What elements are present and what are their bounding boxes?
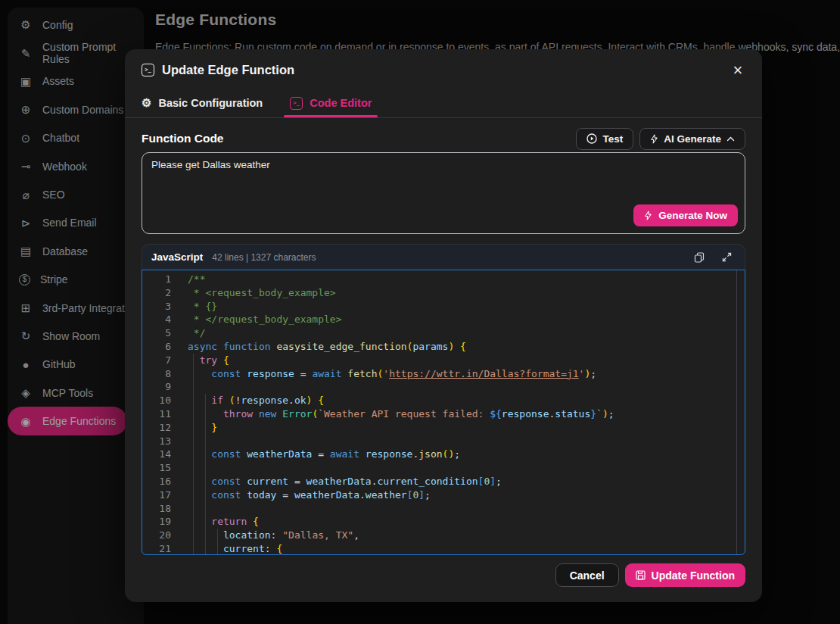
line-number: 21 — [142, 542, 171, 555]
test-label: Test — [602, 133, 623, 145]
terminal-icon: >_ — [290, 97, 303, 110]
code-editor: JavaScript 42 lines | 1327 characters 1/… — [142, 244, 745, 555]
line-number: 2 — [142, 286, 171, 300]
cancel-button[interactable]: Cancel — [555, 563, 619, 587]
tab-label: Code Editor — [310, 97, 372, 109]
lightning-icon — [650, 134, 658, 144]
line-number: 7 — [142, 354, 171, 367]
line-number: 6 — [142, 340, 171, 354]
generate-now-label: Generate Now — [658, 210, 727, 221]
line-number: 17 — [142, 488, 171, 502]
code-line: 4 * </request_body_example> — [142, 313, 745, 326]
code-line: 12 } — [142, 421, 745, 435]
prompt-input[interactable]: Please get Dallas weather — [151, 159, 736, 170]
lightning-icon — [644, 211, 652, 220]
code-line: 8 const response = await fetch('https://… — [142, 367, 745, 381]
editor-language: JavaScript — [151, 251, 203, 263]
line-number: 14 — [142, 448, 171, 461]
line-number: 13 — [142, 435, 171, 448]
line-number: 16 — [142, 475, 171, 488]
line-number: 10 — [142, 394, 171, 407]
modal-footer: Cancel Update Function — [555, 563, 745, 587]
line-number: 18 — [142, 502, 171, 516]
update-function-label: Update Function — [652, 569, 735, 582]
line-number: 5 — [142, 326, 171, 340]
code-line: 10 if (!response.ok) { — [142, 394, 745, 407]
copy-icon[interactable] — [690, 248, 708, 267]
line-number: 15 — [142, 461, 171, 475]
indent-guide — [205, 394, 206, 554]
editor-meta: 42 lines | 1327 characters — [212, 252, 681, 263]
line-number: 11 — [142, 407, 171, 421]
indent-guide — [193, 354, 194, 554]
line-number: 19 — [142, 515, 171, 529]
line-number: 8 — [142, 367, 171, 381]
update-edge-function-modal: >_ Update Edge Function × ⚙ Basic Config… — [125, 49, 762, 602]
code-line: 13 — [142, 435, 745, 448]
prompt-box: Please get Dallas weather Generate Now — [142, 152, 745, 234]
line-number: 4 — [142, 313, 171, 326]
tab-basic-configuration[interactable]: ⚙ Basic Configuration — [142, 91, 263, 115]
test-button[interactable]: Test — [576, 128, 633, 150]
code-line: 3 * {} — [142, 300, 745, 314]
line-number: 3 — [142, 300, 171, 314]
tab-label: Basic Configuration — [158, 97, 263, 109]
section-title: Function Code — [142, 132, 576, 145]
code-line: 21 current: { — [142, 542, 745, 555]
modal-tabs: ⚙ Basic Configuration >_ Code Editor — [142, 91, 372, 115]
code-line: 18 — [142, 502, 745, 516]
code-lines: 1/**2 * <request_body_example>3 * {}4 * … — [142, 273, 745, 555]
code-line: 2 * <request_body_example> — [142, 286, 745, 300]
line-number: 9 — [142, 380, 171, 394]
terminal-icon: >_ — [142, 64, 154, 76]
code-line: 6async function easysite_edge_function(p… — [142, 340, 745, 354]
code-line: 19 return { — [142, 515, 745, 529]
code-line: 17 const today = weatherData.weather[0]; — [142, 488, 745, 502]
code-line: 7 try { — [142, 354, 745, 367]
code-line: 11 throw new Error(`Weather API request … — [142, 407, 745, 421]
scrollbar[interactable] — [736, 270, 737, 554]
save-icon — [636, 570, 646, 580]
code-editor-header: JavaScript 42 lines | 1327 characters — [142, 244, 745, 270]
gear-icon: ⚙ — [142, 96, 151, 110]
play-circle-icon — [586, 133, 597, 144]
tab-code-editor[interactable]: >_ Code Editor — [290, 91, 372, 115]
ai-generate-label: AI Generate — [664, 133, 721, 145]
ai-generate-button[interactable]: AI Generate — [639, 128, 745, 150]
modal-header: >_ Update Edge Function — [142, 63, 294, 77]
update-function-button[interactable]: Update Function — [625, 563, 745, 587]
code-line: 20 location: "Dallas, TX", — [142, 529, 745, 542]
code-line: 16 const current = weatherData.current_c… — [142, 475, 745, 488]
expand-icon[interactable] — [717, 248, 736, 267]
modal-title: Update Edge Function — [162, 63, 294, 77]
tabs-divider — [125, 117, 762, 118]
code-line: 9 — [142, 380, 745, 394]
line-number: 20 — [142, 529, 171, 542]
chevron-up-icon — [726, 136, 735, 142]
code-line: 5 */ — [142, 326, 745, 340]
generate-now-button[interactable]: Generate Now — [633, 204, 738, 226]
code-line: 1/** — [142, 273, 745, 286]
indent-guide — [217, 529, 218, 554]
close-icon[interactable]: × — [726, 58, 750, 83]
code-line: 14 const weatherData = await response.js… — [142, 448, 745, 461]
line-number: 1 — [142, 273, 171, 286]
line-number: 12 — [142, 421, 171, 435]
code-line: 15 — [142, 461, 745, 475]
function-code-row: Function Code Test AI Generate — [142, 127, 745, 150]
code-area[interactable]: 1/**2 * <request_body_example>3 * {}4 * … — [142, 270, 745, 555]
